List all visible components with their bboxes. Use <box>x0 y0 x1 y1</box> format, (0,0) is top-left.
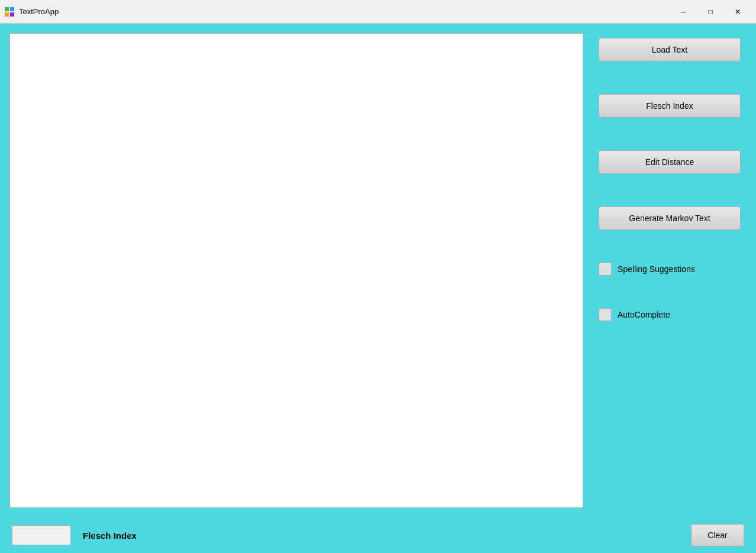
content-area: Load Text Flesch Index Edit Distance Gen… <box>0 24 756 518</box>
autocomplete-label: AutoComplete <box>618 310 670 319</box>
spelling-suggestions-row: Spelling Suggestions <box>599 263 741 276</box>
generate-markov-button[interactable]: Generate Markov Text <box>599 206 741 230</box>
app-title: TextProApp <box>19 7 59 16</box>
flesch-index-button[interactable]: Flesch Index <box>599 94 741 118</box>
title-bar-controls: ─ □ ✕ <box>670 2 751 21</box>
edit-distance-button[interactable]: Edit Distance <box>599 150 741 174</box>
spelling-suggestions-label: Spelling Suggestions <box>618 264 695 274</box>
svg-rect-2 <box>5 12 9 17</box>
title-bar: TextProApp ─ □ ✕ <box>0 0 756 24</box>
main-textarea[interactable] <box>10 34 583 507</box>
svg-rect-0 <box>5 7 9 11</box>
title-bar-left: TextProApp <box>5 7 59 17</box>
flesch-index-label: Flesch Index <box>83 531 137 541</box>
spelling-suggestions-checkbox[interactable] <box>599 263 612 276</box>
text-area-container <box>9 33 583 508</box>
minimize-button[interactable]: ─ <box>670 2 697 21</box>
autocomplete-row: AutoComplete <box>599 308 741 321</box>
close-button[interactable]: ✕ <box>724 2 751 21</box>
bottom-bar: Flesch Index Clear <box>0 518 756 553</box>
main-content: Load Text Flesch Index Edit Distance Gen… <box>0 24 756 553</box>
autocomplete-checkbox[interactable] <box>599 308 612 321</box>
clear-button[interactable]: Clear <box>691 524 744 546</box>
flesch-display <box>12 525 71 545</box>
app-icon <box>5 7 14 17</box>
svg-rect-1 <box>10 7 14 11</box>
right-panel: Load Text Flesch Index Edit Distance Gen… <box>593 33 747 508</box>
load-text-button[interactable]: Load Text <box>599 38 741 62</box>
svg-rect-3 <box>10 12 14 17</box>
maximize-button[interactable]: □ <box>697 2 724 21</box>
